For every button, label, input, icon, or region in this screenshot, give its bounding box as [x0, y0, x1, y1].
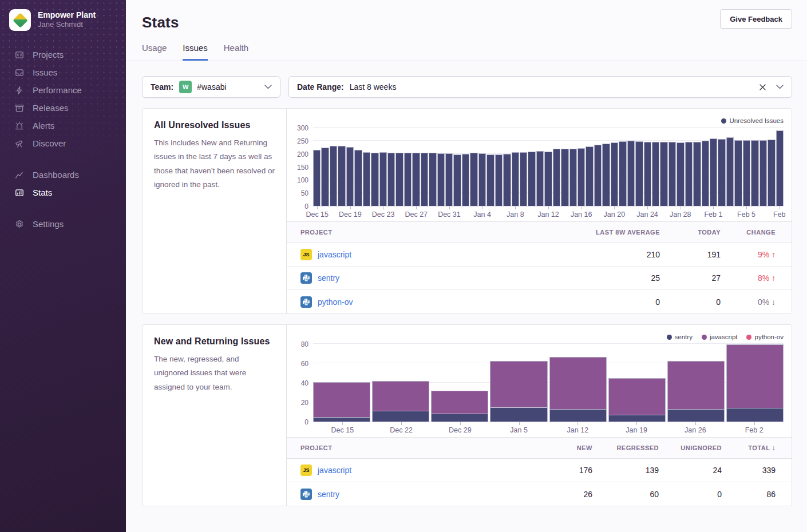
sidebar-item-issues[interactable]: Issues: [0, 63, 126, 81]
team-select[interactable]: Team: W #wasabi: [142, 76, 280, 98]
value-cell: 0: [659, 490, 722, 499]
org-switcher[interactable]: Empower Plant Jane Schmidt: [0, 0, 126, 31]
bar: [354, 150, 362, 206]
bar: [743, 140, 750, 206]
table-row: JSjavascript17613924339: [287, 459, 792, 482]
tab-usage[interactable]: Usage: [142, 43, 167, 61]
sidebar-item-performance[interactable]: Performance: [0, 81, 126, 99]
stacked-bar: [726, 344, 784, 422]
page-header: Stats Give Feedback UsageIssuesHealth: [126, 0, 807, 61]
chevron-down-icon: [264, 85, 272, 89]
sidebar-item-label: Releases: [33, 103, 69, 113]
sidebar-item-label: Issues: [33, 68, 57, 77]
sidebar-item-label: Stats: [33, 188, 52, 197]
sidebar-item-label: Performance: [33, 85, 82, 95]
table-row: sentry25278% ↑: [287, 267, 792, 290]
bar: [412, 153, 420, 206]
sidebar-item-alerts[interactable]: Alerts: [0, 117, 126, 134]
app-root: Empower Plant Jane Schmidt ProjectsIssue…: [0, 0, 807, 532]
date-range-value: Last 8 weeks: [350, 82, 397, 92]
bar: [553, 149, 560, 206]
sidebar-item-label: Dashboards: [33, 170, 79, 180]
content-area: Team: W #wasabi Date Range: Last 8 weeks: [126, 61, 807, 532]
sidebar-item-stats[interactable]: Stats: [0, 184, 126, 201]
x-tick-label: Feb 2: [745, 426, 764, 434]
column-header-regressed: REGRESSED: [592, 444, 659, 451]
bar: [536, 151, 544, 206]
sidebar-item-releases[interactable]: Releases: [0, 99, 126, 117]
legend-item[interactable]: Unresolved Issues: [721, 117, 784, 124]
sort-desc-icon: ↓: [772, 444, 776, 452]
bar: [660, 142, 667, 206]
bar: [644, 142, 651, 206]
x-tick-label: Jan 20: [604, 211, 626, 219]
project-link[interactable]: sentry: [318, 490, 339, 499]
column-header-unignored: UNIGNORED: [659, 444, 722, 451]
sidebar-item-dashboards[interactable]: Dashboards: [0, 166, 126, 184]
chevron-down-icon: [776, 85, 784, 89]
tab-health[interactable]: Health: [224, 43, 248, 61]
unresolved-issues-chart: Unresolved Issues050100150200250300Dec 1…: [287, 109, 792, 221]
tab-issues[interactable]: Issues: [183, 43, 207, 61]
bar: [751, 140, 758, 206]
x-tick-label: Jan 16: [571, 211, 592, 219]
legend-item[interactable]: sentry: [667, 334, 693, 340]
project-link[interactable]: javascript: [318, 250, 351, 259]
panel-description: This includes New and Returning issues i…: [154, 136, 275, 192]
new-returning-issues-table: PROJECTNEWREGRESSEDUNIGNOREDTOTAL↓JSjava…: [287, 437, 792, 506]
bar-segment-javascript: [727, 345, 783, 408]
legend-item[interactable]: javascript: [702, 334, 738, 340]
bar: [486, 154, 494, 206]
python-platform-icon: [300, 272, 312, 284]
project-link[interactable]: python-ov: [318, 297, 353, 307]
main-area: Stats Give Feedback UsageIssuesHealth Te…: [126, 0, 807, 532]
stacked-bar: [667, 361, 725, 422]
table-row: sentry2660086: [287, 482, 792, 506]
y-axis: 050100150200250300: [292, 128, 313, 207]
value-cell: 27: [660, 273, 721, 283]
x-tick-label: Jan 12: [567, 426, 589, 434]
column-header-change: CHANGE: [721, 229, 776, 236]
page-title: Stats: [142, 14, 792, 31]
legend-dot-icon: [702, 335, 707, 340]
sidebar-item-settings[interactable]: Settings: [0, 215, 126, 233]
discover-icon: [14, 138, 25, 149]
x-tick-label: Dec 19: [339, 211, 362, 219]
project-link[interactable]: sentry: [318, 273, 339, 283]
project-link[interactable]: javascript: [318, 466, 351, 475]
table-header: PROJECTNEWREGRESSEDUNIGNOREDTOTAL↓: [287, 438, 792, 459]
y-tick-label: 20: [301, 399, 308, 407]
value-cell: 24: [659, 466, 722, 475]
bar: [346, 147, 354, 206]
x-tick-label: Jan 28: [670, 211, 691, 219]
bar: [594, 145, 602, 206]
stacked-bar: [431, 391, 488, 422]
python-platform-icon: [300, 489, 312, 500]
sidebar-item-projects[interactable]: Projects: [0, 46, 126, 63]
bar: [495, 154, 503, 206]
org-name: Empower Plant: [38, 10, 96, 21]
sidebar-item-label: Discover: [33, 138, 66, 148]
x-tick-label: Jan 26: [685, 426, 706, 434]
panel-title: New and Returning Issues: [154, 336, 275, 347]
date-range-select[interactable]: Date Range: Last 8 weeks: [288, 76, 792, 98]
bar: [429, 153, 436, 206]
bar: [470, 153, 477, 206]
sidebar-item-discover[interactable]: Discover: [0, 134, 126, 152]
bar: [734, 140, 742, 206]
column-header-total[interactable]: TOTAL↓: [722, 444, 776, 452]
table-header: PROJECTLAST 8W AVERAGETODAYCHANGE: [287, 222, 792, 243]
bar-segment-javascript: [373, 382, 429, 411]
sidebar-nav: ProjectsIssuesPerformanceReleasesAlertsD…: [0, 46, 126, 233]
y-tick-label: 150: [297, 164, 308, 172]
bar-segment-sentry: [727, 408, 783, 422]
legend-item[interactable]: python-ov: [746, 334, 784, 340]
new-returning-issues-chart: sentryjavascriptpython-ov020406080Dec 15…: [287, 325, 792, 437]
bar: [652, 142, 659, 206]
y-tick-label: 50: [301, 189, 308, 197]
clear-date-range-icon[interactable]: [757, 82, 768, 93]
bar: [338, 146, 345, 206]
give-feedback-button[interactable]: Give Feedback: [720, 9, 792, 29]
team-avatar: W: [179, 81, 192, 93]
settings-icon: [14, 219, 25, 229]
